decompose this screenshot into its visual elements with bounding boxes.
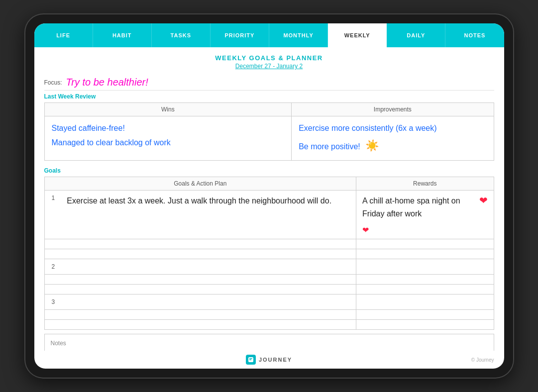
tab-priority[interactable]: PRIORITY bbox=[211, 23, 269, 47]
rewards-header: Rewards bbox=[356, 177, 494, 191]
page-subtitle: December 27 - January 2 bbox=[34, 63, 504, 70]
goal-row-1: 1 Exercise at least 3x a week. Just a wa… bbox=[44, 191, 494, 239]
improvements-text-1: Exercise more consistently (6x a week) bbox=[299, 121, 486, 136]
heart-icon-1: ❤ bbox=[479, 195, 488, 206]
improvements-text-2: Be more positive! ☀️ bbox=[299, 136, 486, 156]
sun-emoji: ☀️ bbox=[365, 136, 379, 156]
goal-num-3: 3 bbox=[44, 294, 61, 309]
goal-num-2: 2 bbox=[44, 259, 61, 274]
goal-subrow-3a bbox=[44, 309, 494, 319]
focus-text: Try to be healthier! bbox=[66, 77, 148, 88]
tab-life[interactable]: LIFE bbox=[34, 23, 93, 47]
goal-row-3: 3 bbox=[44, 294, 494, 309]
review-table: Wins Improvements Stayed caffeine-free! … bbox=[44, 102, 494, 161]
goal-subrow-3b bbox=[44, 319, 494, 329]
goal-subrow-1a bbox=[44, 239, 494, 249]
page-header: WEEKLY GOALS & PLANNER December 27 - Jan… bbox=[34, 47, 504, 73]
svg-rect-2 bbox=[249, 360, 251, 361]
last-week-review-title: Last Week Review bbox=[44, 91, 494, 102]
footer-brand-text: JOURNEY bbox=[259, 357, 292, 363]
goal-num-1: 1 bbox=[44, 191, 61, 239]
tablet-frame: LIFE HABIT TASKS PRIORITY MONTHLY WEEKLY… bbox=[25, 14, 513, 378]
goal-subrow-2b bbox=[44, 284, 494, 294]
tab-habit[interactable]: HABIT bbox=[93, 23, 152, 47]
tab-daily[interactable]: DAILY bbox=[387, 23, 445, 47]
reward-text-1: A chill at-home spa night on Friday afte… bbox=[362, 195, 479, 220]
notes-section: Notes bbox=[44, 334, 494, 351]
reward-cell-3 bbox=[356, 294, 494, 309]
heart-icon-2: ❤ bbox=[362, 226, 369, 234]
wins-header: Wins bbox=[44, 103, 292, 116]
improvements-header: Improvements bbox=[292, 103, 494, 116]
goal-text-cell-2 bbox=[61, 259, 356, 274]
goals-table: Goals & Action Plan Rewards 1 Exercise a… bbox=[44, 177, 494, 329]
goal-row-2: 2 bbox=[44, 259, 494, 274]
wins-cell: Stayed caffeine-free! Managed to clear b… bbox=[44, 116, 292, 161]
goal-subrow-1b bbox=[44, 249, 494, 259]
svg-rect-1 bbox=[249, 358, 252, 359]
tab-monthly[interactable]: MONTHLY bbox=[269, 23, 328, 47]
tablet-screen: LIFE HABIT TASKS PRIORITY MONTHLY WEEKLY… bbox=[34, 23, 504, 369]
page-title: WEEKLY GOALS & PLANNER bbox=[34, 54, 504, 62]
focus-label: Focus: bbox=[44, 79, 62, 86]
goals-action-header: Goals & Action Plan bbox=[44, 177, 356, 191]
reward-cell-1: A chill at-home spa night on Friday afte… bbox=[356, 191, 494, 239]
reward-cell-2 bbox=[356, 259, 494, 274]
focus-row: Focus: Try to be healthier! bbox=[44, 73, 494, 91]
footer-brand: JOURNEY bbox=[246, 355, 292, 365]
tab-weekly[interactable]: WEEKLY bbox=[328, 23, 387, 47]
footer-copyright: © Journey bbox=[471, 357, 494, 363]
tab-tasks[interactable]: TASKS bbox=[152, 23, 211, 47]
nav-tabs: LIFE HABIT TASKS PRIORITY MONTHLY WEEKLY… bbox=[34, 23, 504, 47]
goal-subrow-2a bbox=[44, 274, 494, 284]
wins-text-1: Stayed caffeine-free! bbox=[52, 121, 285, 136]
wins-text-2: Managed to clear backlog of work bbox=[52, 136, 285, 150]
goal-text-1: Exercise at least 3x a week. Just a walk… bbox=[67, 195, 350, 207]
goal-text-cell-1: Exercise at least 3x a week. Just a walk… bbox=[61, 191, 356, 239]
improvements-cell: Exercise more consistently (6x a week) B… bbox=[292, 116, 494, 161]
content-area: Focus: Try to be healthier! Last Week Re… bbox=[34, 73, 504, 351]
journey-icon bbox=[246, 355, 256, 365]
notes-label: Notes bbox=[51, 340, 66, 347]
goals-section-title: Goals bbox=[44, 165, 494, 177]
tab-notes[interactable]: NOTES bbox=[445, 23, 504, 47]
goal-text-cell-3 bbox=[61, 294, 356, 309]
footer: JOURNEY © Journey bbox=[34, 351, 504, 369]
